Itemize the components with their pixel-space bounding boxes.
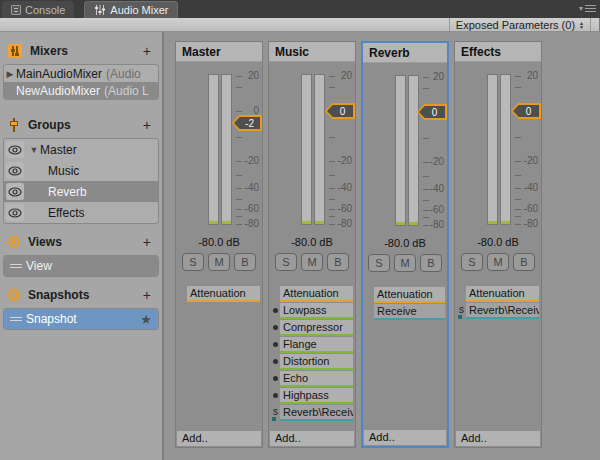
meter-tick-label: 20 [518, 70, 538, 81]
fader-meter-zone: 0 200-20-40-60-80 [269, 62, 355, 234]
start-snapshot-star-icon[interactable]: ★ [140, 312, 152, 327]
meter-tick-label: 20 [239, 70, 259, 81]
audio-mixer-icon [94, 4, 106, 16]
mute-button[interactable]: M [301, 253, 323, 271]
effect-list: Attenuation [176, 286, 262, 302]
effect-label: Compressor [283, 321, 343, 333]
add-effect-button[interactable]: Add.. [177, 431, 261, 446]
effect-slot-echo[interactable]: Echo [271, 371, 353, 387]
add-view-button[interactable]: + [140, 235, 154, 249]
wet-mix-toggle-icon[interactable] [273, 325, 278, 330]
views-list: View [3, 255, 159, 277]
visibility-toggle[interactable] [6, 204, 24, 221]
effect-label: Attenuation [469, 287, 525, 299]
effect-slot-compressor[interactable]: Compressor [271, 320, 353, 336]
wet-mix-toggle-icon[interactable] [273, 393, 278, 398]
mute-button[interactable]: M [487, 253, 509, 271]
vu-meter-right [221, 74, 232, 225]
mixer-type-suffix: (Audio L [104, 84, 149, 98]
effect-slot-flange[interactable]: Flange [271, 337, 353, 353]
fader-value: 0 [513, 105, 539, 117]
mixers-section-title: Mixers [30, 44, 140, 58]
solo-button[interactable]: S [275, 253, 297, 271]
effect-slot-distortion[interactable]: Distortion [271, 354, 353, 370]
foldout-arrow-icon[interactable]: ▼ [28, 145, 40, 155]
volume-fader-handle[interactable]: 0 [325, 103, 355, 119]
effect-slot-send-reverb-receive[interactable]: s Reverb\Receiv [457, 303, 539, 319]
meter-tick [423, 88, 429, 89]
volume-fader-handle[interactable]: 0 [417, 104, 447, 120]
wet-mix-toggle-icon[interactable] [273, 359, 278, 364]
snapshot-item[interactable]: Snapshot ★ [4, 309, 158, 329]
drag-handle-icon [10, 315, 22, 323]
group-item-reverb[interactable]: Reverb [4, 181, 158, 202]
meter-tick [423, 217, 429, 218]
foldout-arrow-icon[interactable]: ▶ [4, 69, 16, 79]
vu-level [209, 221, 218, 224]
effect-slot-lowpass[interactable]: Lowpass [271, 303, 353, 319]
solo-button[interactable]: S [182, 253, 204, 271]
mute-button[interactable]: M [394, 254, 416, 272]
mixer-item-newaudiomixer[interactable]: NewAudioMixer (Audio L [4, 82, 158, 99]
vu-meter-right [500, 74, 511, 225]
groups-icon [8, 118, 20, 132]
mute-button[interactable]: M [208, 253, 230, 271]
tab-audio-mixer[interactable]: Audio Mixer [84, 1, 178, 18]
meter-tick-label: 20 [332, 70, 352, 81]
visibility-toggle[interactable] [6, 162, 24, 179]
solo-button[interactable]: S [461, 253, 483, 271]
bypass-button[interactable]: B [327, 253, 349, 271]
bypass-button[interactable]: B [234, 253, 256, 271]
effect-slot-attenuation[interactable]: Attenuation [271, 286, 353, 302]
volume-fader-handle[interactable]: 0 [511, 103, 541, 119]
add-snapshot-button[interactable]: + [140, 288, 154, 302]
eye-icon [8, 145, 22, 155]
add-effect-button[interactable]: Add.. [270, 431, 354, 446]
strip-master[interactable]: Master -2 200-20-40-60-80 -80.0 dB S M B [175, 41, 263, 448]
group-item-master[interactable]: ▼ Master [4, 139, 158, 160]
mixer-item-mainaudiomixer[interactable]: ▶ MainAudioMixer (Audio [4, 65, 158, 82]
strip-reverb[interactable]: Reverb 0 200-20-40-60-80 -80.0 dB S M B [361, 41, 449, 448]
strip-effects[interactable]: Effects 0 200-20-40-60-80 -80.0 dB S M B [454, 41, 542, 448]
smb-buttons: S M B [269, 253, 355, 271]
add-group-button[interactable]: + [140, 118, 154, 132]
add-effect-button[interactable]: Add.. [456, 431, 540, 446]
volume-fader-handle[interactable]: -2 [232, 115, 262, 131]
effect-slot-attenuation[interactable]: Attenuation [178, 286, 260, 302]
effect-label: Receive [377, 305, 417, 317]
wet-mix-toggle-icon[interactable] [273, 342, 278, 347]
view-item[interactable]: View [4, 256, 158, 276]
meter-tick [515, 199, 521, 200]
effect-label: Attenuation [190, 287, 246, 299]
db-readout: -80.0 dB [363, 237, 447, 251]
effect-slot-attenuation[interactable]: Attenuation [365, 287, 445, 303]
add-effect-button[interactable]: Add.. [364, 430, 446, 445]
vu-meter-right [408, 75, 419, 226]
add-mixer-button[interactable]: + [140, 44, 154, 58]
group-item-effects[interactable]: Effects [4, 202, 158, 223]
effect-slot-attenuation[interactable]: Attenuation [457, 286, 539, 302]
db-readout: -80.0 dB [269, 236, 355, 250]
group-item-music[interactable]: Music [4, 160, 158, 181]
bypass-button[interactable]: B [420, 254, 442, 272]
group-name: Effects [48, 206, 84, 220]
bypass-button[interactable]: B [513, 253, 535, 271]
meter-tick-label: -80 [424, 219, 444, 230]
pane-menu-icon[interactable]: ▾ [579, 3, 596, 14]
meter-tick-label: -60 [239, 203, 259, 214]
effect-slot-send-reverb-receive[interactable]: s Reverb\Receiv [271, 405, 353, 421]
vu-meter-left [208, 74, 219, 225]
meter-tick [329, 137, 335, 138]
solo-button[interactable]: S [368, 254, 390, 272]
tab-console[interactable]: Console [2, 1, 74, 18]
wet-mix-toggle-icon[interactable] [273, 308, 278, 313]
visibility-toggle[interactable] [6, 183, 24, 200]
wet-mix-toggle-icon[interactable] [273, 376, 278, 381]
effect-slot-highpass[interactable]: Highpass [271, 388, 353, 404]
effect-label: Lowpass [283, 304, 326, 316]
effect-label: Reverb\Receiv [469, 304, 539, 316]
strip-music[interactable]: Music 0 200-20-40-60-80 -80.0 dB S M B [268, 41, 356, 448]
exposed-parameters-dropdown[interactable]: Exposed Parameters (0) ▲▼ [449, 18, 591, 31]
effect-slot-receive[interactable]: Receive [365, 304, 445, 320]
visibility-toggle[interactable] [6, 141, 24, 158]
